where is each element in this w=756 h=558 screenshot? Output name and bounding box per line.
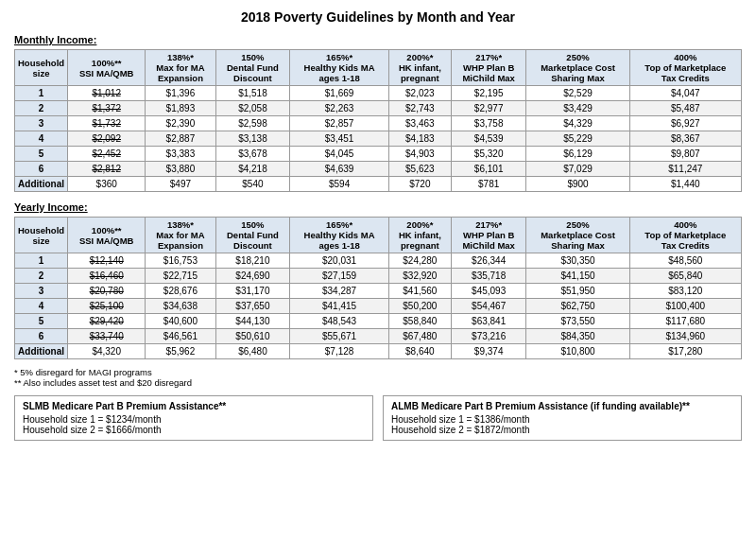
table-cell: $17,280 (629, 344, 741, 359)
table-cell: $48,560 (629, 253, 741, 269)
table-cell: $58,840 (388, 314, 451, 329)
page-title: 2018 Poverty Guidelines by Month and Yea… (14, 9, 742, 25)
table-cell: $27,159 (290, 269, 388, 284)
yearly-col-6: 217%*WHP Plan BMiChild Max (451, 218, 526, 253)
table-cell: $5,623 (388, 162, 451, 177)
table-cell: $73,216 (451, 329, 526, 344)
table-cell: $4,320 (68, 344, 146, 359)
table-cell: $2,743 (388, 101, 451, 116)
table-cell: $29,420 (68, 314, 146, 329)
table-cell: $2,529 (526, 86, 629, 101)
table-cell: $7,029 (526, 162, 629, 177)
monthly-col-5: 200%*HK infant,pregnant (388, 50, 451, 86)
monthly-label: Monthly Income: (14, 34, 742, 45)
table-cell: $2,023 (388, 86, 451, 101)
table-cell: $1,669 (290, 86, 388, 101)
table-cell: $6,129 (526, 147, 629, 162)
table-cell: $1,440 (629, 177, 741, 192)
table-cell: $3,429 (526, 101, 629, 116)
table-cell: $2,390 (146, 116, 215, 131)
table-cell: $100,400 (629, 299, 741, 314)
table-cell: $2,857 (290, 116, 388, 131)
table-cell: 5 (15, 314, 68, 329)
table-cell: $6,480 (215, 344, 290, 359)
yearly-col-7: 250%Marketplace CostSharing Max (526, 218, 629, 253)
table-cell: $3,758 (451, 116, 526, 131)
yearly-label: Yearly Income: (14, 201, 742, 213)
table-cell: $6,101 (451, 162, 526, 177)
table-cell: 2 (15, 269, 68, 284)
table-cell: $7,128 (290, 344, 388, 359)
almb-line1: Household size 1 = $1386/month (391, 414, 733, 425)
table-cell: $31,170 (215, 284, 290, 299)
table-cell: $4,218 (215, 162, 290, 177)
table-cell: $1,372 (68, 101, 146, 116)
table-cell: $2,977 (451, 101, 526, 116)
table-cell: $67,480 (388, 329, 451, 344)
table-cell: 5 (15, 147, 68, 162)
table-cell: $3,463 (388, 116, 451, 131)
table-cell: $25,100 (68, 299, 146, 314)
table-cell: $65,840 (629, 269, 741, 284)
yearly-col-1: 100%**SSI MA/QMB (68, 218, 146, 253)
table-cell: $40,600 (146, 314, 215, 329)
monthly-section: Monthly Income: Householdsize 100%**SSI … (14, 34, 742, 192)
table-cell: $1,732 (68, 116, 146, 131)
table-cell: 6 (15, 329, 68, 344)
table-cell: $46,561 (146, 329, 215, 344)
table-cell: $2,263 (290, 101, 388, 116)
table-cell: $117,680 (629, 314, 741, 329)
table-cell: Additional (15, 177, 68, 192)
table-cell: $35,718 (451, 269, 526, 284)
bottom-boxes: SLMB Medicare Part B Premium Assistance*… (14, 395, 742, 441)
table-cell: $11,247 (629, 162, 741, 177)
table-cell: $8,367 (629, 131, 741, 147)
table-cell: $4,903 (388, 147, 451, 162)
table-cell: $24,690 (215, 269, 290, 284)
yearly-col-3: 150%Dental FundDiscount (215, 218, 290, 253)
table-cell: $51,950 (526, 284, 629, 299)
table-cell: 3 (15, 284, 68, 299)
yearly-col-8: 400%Top of MarketplaceTax Credits (629, 218, 741, 253)
table-cell: $41,560 (388, 284, 451, 299)
table-cell: $33,740 (68, 329, 146, 344)
monthly-col-1: 100%**SSI MA/QMB (68, 50, 146, 86)
table-cell: $22,715 (146, 269, 215, 284)
slmb-box: SLMB Medicare Part B Premium Assistance*… (14, 395, 373, 441)
table-cell: $1,893 (146, 101, 215, 116)
footnotes: * 5% disregard for MAGI programs ** Also… (14, 367, 742, 388)
footnote-2: ** Also includes asset test and $20 disr… (14, 377, 742, 388)
table-cell: $134,960 (629, 329, 741, 344)
table-cell: $4,183 (388, 131, 451, 147)
monthly-table: Householdsize 100%**SSI MA/QMB 138%*Max … (14, 49, 742, 192)
table-cell: $3,880 (146, 162, 215, 177)
table-cell: $10,800 (526, 344, 629, 359)
monthly-col-8: 400%Top of MarketplaceTax Credits (629, 50, 741, 86)
table-cell: $32,920 (388, 269, 451, 284)
table-cell: $34,287 (290, 284, 388, 299)
table-cell: 4 (15, 131, 68, 147)
table-cell: $2,812 (68, 162, 146, 177)
monthly-col-0: Householdsize (15, 50, 68, 86)
table-cell: $3,138 (215, 131, 290, 147)
table-cell: $1,518 (215, 86, 290, 101)
table-cell: $3,678 (215, 147, 290, 162)
table-cell: $45,093 (451, 284, 526, 299)
yearly-col-2: 138%*Max for MAExpansion (146, 218, 215, 253)
table-cell: $2,452 (68, 147, 146, 162)
table-cell: $55,671 (290, 329, 388, 344)
monthly-col-4: 165%*Healthy Kids MAages 1-18 (290, 50, 388, 86)
almb-line2: Household size 2 = $1872/month (391, 425, 733, 435)
almb-box: ALMB Medicare Part B Premium Assistance … (383, 395, 742, 441)
table-cell: $5,320 (451, 147, 526, 162)
table-cell: $44,130 (215, 314, 290, 329)
table-cell: 4 (15, 299, 68, 314)
table-cell: $1,396 (146, 86, 215, 101)
table-cell: $9,374 (451, 344, 526, 359)
table-cell: Additional (15, 344, 68, 359)
table-cell: $20,031 (290, 253, 388, 269)
yearly-col-4: 165%*Healthy Kids MAages 1-18 (290, 218, 388, 253)
table-cell: $12,140 (68, 253, 146, 269)
table-cell: $41,415 (290, 299, 388, 314)
table-cell: 1 (15, 86, 68, 101)
